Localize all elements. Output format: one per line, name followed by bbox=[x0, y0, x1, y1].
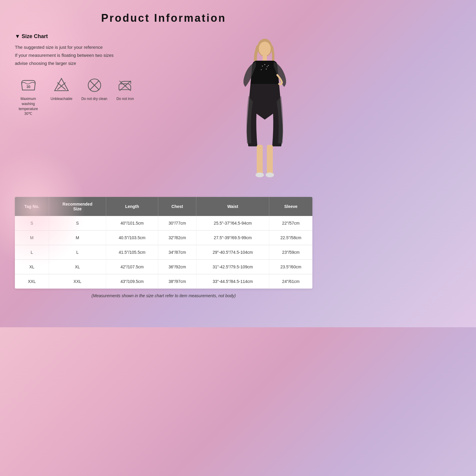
svg-point-19 bbox=[261, 69, 262, 70]
col-header-sleeve: Sleeve bbox=[269, 197, 312, 216]
care-item-no-iron: Do not iron bbox=[116, 76, 134, 101]
svg-point-21 bbox=[268, 65, 269, 66]
section-title-text: ▼ Size Chart bbox=[15, 33, 48, 40]
svg-point-16 bbox=[262, 66, 263, 67]
svg-rect-12 bbox=[257, 145, 263, 175]
cell-waist: 25.5"-37"/64.5-94cm bbox=[196, 216, 269, 231]
cell-chest: 36"/92cm bbox=[158, 260, 196, 274]
col-header-tag: Tag No. bbox=[15, 197, 49, 216]
no-dry-clean-label: Do not dry clean bbox=[81, 96, 107, 101]
table-row: M M 40.5"/103.5cm 32"/82cm 27.5"-39"/69.… bbox=[15, 231, 312, 245]
cell-tag: M bbox=[15, 231, 49, 245]
cell-waist: 31"-42.5"/79.5-109cm bbox=[196, 260, 269, 274]
table-row: S S 40"/101.5cm 30"/77cm 25.5"-37"/64.5-… bbox=[15, 216, 312, 231]
cell-rec-size: L bbox=[49, 245, 106, 260]
desc-line-3: advise choosing the larger size bbox=[15, 59, 211, 67]
col-header-waist: Waist bbox=[196, 197, 269, 216]
svg-rect-13 bbox=[267, 145, 273, 175]
wash-30-icon: 30 bbox=[19, 76, 37, 94]
model-figure bbox=[223, 33, 306, 188]
left-content: ▼ Size Chart The suggested size is just … bbox=[15, 33, 211, 188]
care-icons-row: 30 Maximum washingtemperature 30℃ Unb bbox=[15, 76, 211, 116]
no-bleach-label: Unbleachable bbox=[51, 96, 72, 101]
cell-tag: XL bbox=[15, 260, 49, 274]
cell-chest: 30"/77cm bbox=[158, 216, 196, 231]
svg-text:30: 30 bbox=[26, 85, 30, 89]
size-table-wrapper: Tag No. RecommendedSize Length Chest Wai… bbox=[15, 197, 312, 289]
page-title: Product Information bbox=[15, 12, 312, 24]
svg-rect-11 bbox=[263, 55, 267, 61]
cell-rec-size: XXL bbox=[49, 274, 106, 289]
desc-line-1: The suggested size is just for your refe… bbox=[15, 43, 211, 51]
table-header-row: Tag No. RecommendedSize Length Chest Wai… bbox=[15, 197, 312, 216]
svg-point-17 bbox=[264, 64, 265, 65]
cell-chest: 34"/87cm bbox=[158, 245, 196, 260]
cell-length: 43"/109.5cm bbox=[106, 274, 158, 289]
cell-sleeve: 22.5"/58cm bbox=[269, 231, 312, 245]
table-row: L L 41.5"/105.5cm 34"/87cm 29"-40.5"/74.… bbox=[15, 245, 312, 260]
svg-point-20 bbox=[266, 69, 267, 70]
care-item-unbleachable: Unbleachable bbox=[51, 76, 72, 101]
cell-sleeve: 23"/59cm bbox=[269, 245, 312, 260]
footer-note: (Measurements shown in the size chart re… bbox=[15, 293, 312, 298]
size-chart-title: ▼ Size Chart bbox=[15, 33, 211, 40]
svg-point-15 bbox=[266, 173, 274, 177]
cell-rec-size: XL bbox=[49, 260, 106, 274]
cell-length: 40"/101.5cm bbox=[106, 216, 158, 231]
table-row: XXL XXL 43"/109.5cm 38"/97cm 33"-44.5"/8… bbox=[15, 274, 312, 289]
cell-tag: S bbox=[15, 216, 49, 231]
svg-point-14 bbox=[256, 173, 264, 177]
cell-chest: 32"/82cm bbox=[158, 231, 196, 245]
size-table: Tag No. RecommendedSize Length Chest Wai… bbox=[15, 197, 312, 289]
care-item-washing: 30 Maximum washingtemperature 30℃ bbox=[15, 76, 42, 116]
cell-rec-size: M bbox=[49, 231, 106, 245]
table-row: XL XL 42"/107.5cm 36"/92cm 31"-42.5"/79.… bbox=[15, 260, 312, 274]
cell-sleeve: 24"/61cm bbox=[269, 274, 312, 289]
no-dry-clean-icon bbox=[85, 76, 103, 94]
cell-sleeve: 23.5"/60cm bbox=[269, 260, 312, 274]
cell-tag: XXL bbox=[15, 274, 49, 289]
top-section: ▼ Size Chart The suggested size is just … bbox=[15, 33, 312, 188]
cell-waist: 27.5"-39"/69.5-99cm bbox=[196, 231, 269, 245]
cell-length: 42"/107.5cm bbox=[106, 260, 158, 274]
cell-length: 40.5"/103.5cm bbox=[106, 231, 158, 245]
size-description: The suggested size is just for your refe… bbox=[15, 43, 211, 67]
model-image-area bbox=[217, 33, 312, 188]
desc-line-2: If your measurement is floating between … bbox=[15, 51, 211, 59]
cell-length: 41.5"/105.5cm bbox=[106, 245, 158, 260]
no-iron-icon bbox=[116, 76, 134, 94]
cell-chest: 38"/97cm bbox=[158, 274, 196, 289]
col-header-length: Length bbox=[106, 197, 158, 216]
cell-rec-size: S bbox=[49, 216, 106, 231]
cell-waist: 29"-40.5"/74.5-104cm bbox=[196, 245, 269, 260]
svg-point-10 bbox=[259, 42, 271, 56]
cell-sleeve: 22"/57cm bbox=[269, 216, 312, 231]
care-item-no-dry-clean: Do not dry clean bbox=[81, 76, 107, 101]
wash-30-label: Maximum washingtemperature 30℃ bbox=[15, 96, 42, 116]
no-iron-label: Do not iron bbox=[116, 96, 134, 101]
no-bleach-icon bbox=[53, 76, 71, 94]
cell-tag: L bbox=[15, 245, 49, 260]
svg-point-18 bbox=[267, 66, 268, 67]
cell-waist: 33"-44.5"/84.5-114cm bbox=[196, 274, 269, 289]
col-header-chest: Chest bbox=[158, 197, 196, 216]
col-header-rec-size: RecommendedSize bbox=[49, 197, 106, 216]
